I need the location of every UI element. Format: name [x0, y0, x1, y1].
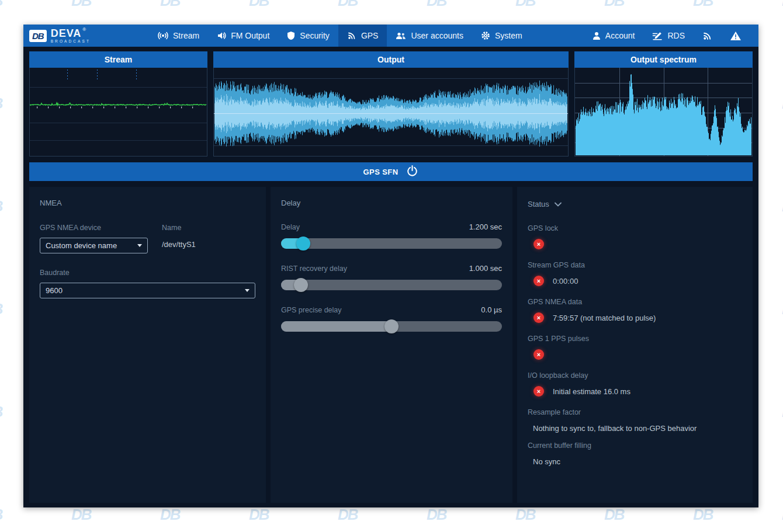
- shield-icon: [287, 31, 295, 40]
- delay-slider-label: Delay: [281, 223, 300, 231]
- status-item-label: GPS lock: [528, 224, 742, 232]
- status-section: Status GPS lock×Stream GPS data×0:00:00G…: [517, 187, 753, 503]
- spectrum-chart: [575, 68, 752, 156]
- navbar: DB DEVA ® BROADCAST Stream FM Outp: [23, 25, 758, 47]
- watermark-logo: DB: [427, 0, 446, 10]
- delay-slider-value: 1.200 sec: [469, 222, 502, 231]
- broadcast-icon: [158, 32, 168, 40]
- delay-heading: Delay: [281, 199, 502, 207]
- status-item-label: GPS NMEA data: [528, 298, 742, 306]
- nav-main-items: Stream FM Output Security GPS: [149, 25, 531, 47]
- output-chart: [214, 68, 568, 156]
- nav-item-label: User accounts: [411, 31, 463, 40]
- gear-icon: [481, 31, 490, 40]
- warning-triangle-icon: [730, 31, 742, 41]
- watermark-logo: DB: [160, 0, 180, 10]
- status-item: Resample factorNothing to sync to, fallb…: [528, 408, 742, 433]
- power-button[interactable]: [406, 165, 418, 179]
- nav-button-antenna[interactable]: [694, 25, 721, 47]
- person-icon: [593, 32, 601, 40]
- brand-logo-text: DEVA ® BROADCAST: [51, 28, 91, 44]
- nav-item-label: GPS: [361, 31, 379, 40]
- status-items: GPS lock×Stream GPS data×0:00:00GPS NMEA…: [528, 224, 742, 467]
- status-item-label: Resample factor: [528, 408, 742, 416]
- stream-panel: Stream: [29, 51, 207, 157]
- status-item-detail: Nothing to sync to, fallback to non-GPS …: [533, 424, 697, 433]
- rist-recovery-delay-slider-row: RIST recovery delay 1.000 sec: [281, 264, 502, 290]
- watermark-logo: DB: [160, 506, 180, 524]
- gps-sfn-bar: GPS SFN: [29, 162, 753, 181]
- status-item-value-row: Nothing to sync to, fallback to non-GPS …: [528, 423, 742, 433]
- db-logo-icon: DB: [29, 30, 47, 42]
- delay-slider-track[interactable]: [281, 238, 502, 249]
- output-chart-area: [213, 68, 569, 157]
- watermark-logo: DB: [0, 506, 2, 524]
- delay-slider-thumb[interactable]: [296, 237, 310, 251]
- content-row: NMEA GPS NMEA device Custom device name …: [29, 187, 753, 503]
- nav-item-system[interactable]: System: [472, 25, 531, 47]
- gps-sfn-label: GPS SFN: [363, 168, 399, 176]
- brand-logo: DB DEVA ® BROADCAST: [23, 25, 99, 47]
- chevron-down-icon: [137, 244, 142, 247]
- gps-nmea-device-select[interactable]: Custom device name: [40, 238, 148, 253]
- nav-item-fm-output[interactable]: FM Output: [208, 25, 278, 47]
- nav-item-label: Stream: [173, 31, 199, 40]
- watermark-logo: DB: [249, 506, 269, 524]
- nav-right-items: Account RDS: [584, 25, 758, 47]
- rist-recovery-delay-track[interactable]: [281, 280, 502, 290]
- baudrate-label: Baudrate: [40, 269, 255, 277]
- rist-recovery-delay-thumb[interactable]: [294, 278, 308, 292]
- status-item-label: Stream GPS data: [528, 261, 742, 269]
- watermark-logo: DB: [71, 0, 91, 10]
- watermark-logo: DB: [0, 403, 2, 421]
- watermark-logo: DB: [515, 506, 535, 524]
- nav-item-label: System: [495, 31, 522, 40]
- nav-button-alerts[interactable]: [721, 25, 750, 47]
- output-panel-title: Output: [213, 51, 569, 68]
- stream-chart: [30, 68, 207, 156]
- gps-precise-delay-value: 0.0 µs: [481, 305, 502, 314]
- delay-section: Delay Delay 1.200 sec RIST recovery dela…: [271, 187, 512, 503]
- power-icon: [406, 165, 418, 179]
- nav-item-gps[interactable]: GPS: [338, 25, 387, 47]
- output-spectrum-panel: Output spectrum: [574, 51, 753, 157]
- gps-precise-delay-track[interactable]: [281, 321, 502, 332]
- nav-item-security[interactable]: Security: [278, 25, 338, 47]
- watermark-logo: DB: [604, 0, 624, 10]
- edit-icon: [652, 32, 663, 40]
- output-panel: Output: [213, 51, 569, 157]
- antenna-icon: [702, 31, 712, 41]
- gps-precise-delay-thumb[interactable]: [384, 319, 399, 333]
- status-item-label: GPS 1 PPS pulses: [528, 335, 742, 343]
- status-item-label: Current buffer filling: [528, 441, 742, 450]
- status-item: GPS NMEA data×7:59:57 (not matched to pu…: [528, 298, 742, 323]
- nav-item-rds[interactable]: RDS: [643, 25, 694, 47]
- gps-precise-delay-fill: [281, 321, 397, 332]
- watermark-logo: DB: [0, 0, 2, 10]
- nav-item-user-accounts[interactable]: User accounts: [387, 25, 472, 47]
- registered-mark: ®: [82, 27, 86, 32]
- status-item: Current buffer fillingNo sync: [528, 441, 742, 467]
- status-item-value-row: ×Initial estimate 16.0 ms: [528, 386, 742, 397]
- gps-precise-delay-slider-row: GPS precise delay 0.0 µs: [281, 305, 502, 332]
- chevron-down-icon[interactable]: [555, 199, 562, 209]
- watermark-logo: DB: [0, 95, 2, 113]
- gps-nmea-device-label: GPS NMEA device: [40, 224, 148, 232]
- error-icon: ×: [533, 276, 544, 286]
- status-item-value-row: ×: [528, 239, 742, 249]
- error-icon: ×: [533, 349, 544, 360]
- watermark-logo: DB: [249, 0, 269, 10]
- speaker-icon: [217, 31, 226, 40]
- stream-panel-title: Stream: [29, 51, 207, 68]
- nmea-heading: NMEA: [40, 199, 255, 207]
- nav-item-stream[interactable]: Stream: [149, 25, 208, 47]
- error-icon: ×: [533, 386, 544, 397]
- baudrate-select[interactable]: 9600: [40, 283, 255, 298]
- gps-nmea-device-value: Custom device name: [46, 241, 117, 250]
- spectrum-chart-area: [574, 68, 753, 157]
- nav-item-account[interactable]: Account: [584, 25, 644, 47]
- watermark-logo: DB: [427, 506, 446, 524]
- nav-item-label: FM Output: [231, 31, 269, 40]
- status-heading: Status: [528, 200, 549, 208]
- nav-item-label: RDS: [667, 31, 685, 40]
